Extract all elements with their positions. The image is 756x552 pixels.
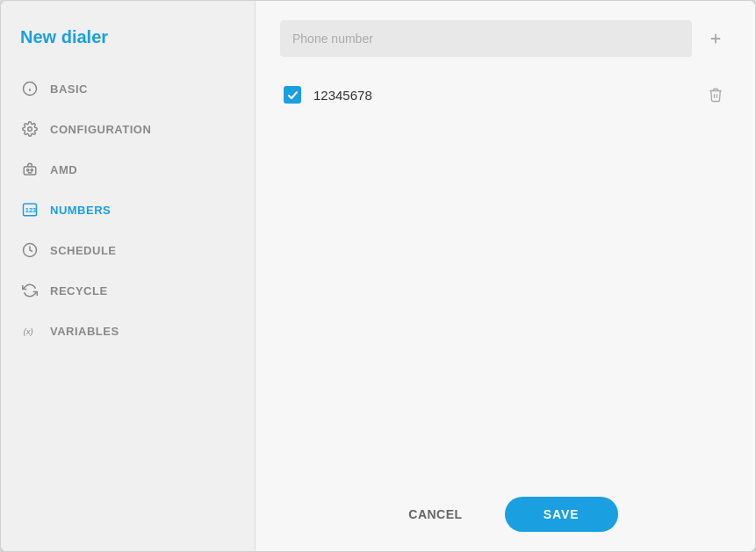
sidebar-item-amd[interactable]: AMD bbox=[1, 149, 255, 190]
phone-input-row bbox=[280, 20, 731, 57]
info-circle-icon bbox=[20, 79, 40, 98]
sidebar-label-schedule: SCHEDULE bbox=[50, 244, 117, 257]
number-list: 12345678 bbox=[280, 75, 731, 481]
robot-icon bbox=[20, 160, 40, 179]
svg-rect-4 bbox=[24, 167, 36, 175]
sidebar-item-schedule[interactable]: SCHEDULE bbox=[1, 230, 255, 270]
main-content: 12345678 CANCEL SAVE bbox=[256, 1, 755, 551]
sidebar-item-recycle[interactable]: RECYCLE bbox=[1, 270, 255, 311]
svg-text:123: 123 bbox=[25, 206, 37, 214]
sidebar-item-numbers[interactable]: 123 NUMBERS bbox=[1, 190, 255, 230]
dialog-title: New dialer bbox=[1, 18, 255, 68]
sidebar-label-numbers: NUMBERS bbox=[50, 204, 111, 217]
sidebar-label-variables: VARIABLES bbox=[50, 325, 119, 338]
svg-point-3 bbox=[28, 127, 32, 132]
number-checkbox[interactable] bbox=[284, 86, 301, 104]
sidebar-label-recycle: RECYCLE bbox=[50, 284, 108, 298]
sidebar-item-basic[interactable]: BASIC bbox=[1, 68, 255, 109]
sidebar-label-configuration: CONFIGURATION bbox=[50, 123, 151, 136]
delete-number-button[interactable] bbox=[704, 83, 727, 106]
table-row: 12345678 bbox=[280, 75, 731, 115]
number-value: 12345678 bbox=[313, 88, 692, 103]
sidebar-item-configuration[interactable]: CONFIGURATION bbox=[1, 109, 255, 149]
phone-number-input[interactable] bbox=[280, 20, 692, 57]
recycle-icon bbox=[20, 281, 40, 300]
dialog: New dialer BASIC CONFIGURATION bbox=[0, 0, 756, 552]
cancel-button[interactable]: CANCEL bbox=[392, 498, 478, 530]
sidebar-item-variables[interactable]: (x) VARIABLES bbox=[1, 311, 255, 351]
numbers-icon: 123 bbox=[20, 200, 40, 219]
variables-icon: (x) bbox=[20, 321, 40, 341]
dialog-footer: CANCEL SAVE bbox=[280, 481, 731, 551]
sidebar-label-basic: BASIC bbox=[50, 82, 88, 96]
svg-point-5 bbox=[27, 169, 29, 171]
svg-text:(x): (x) bbox=[24, 326, 33, 336]
sidebar: New dialer BASIC CONFIGURATION bbox=[1, 1, 256, 551]
gear-icon bbox=[20, 119, 40, 139]
save-button[interactable]: SAVE bbox=[505, 497, 618, 532]
clock-icon bbox=[20, 240, 40, 260]
svg-point-6 bbox=[31, 169, 32, 171]
sidebar-label-amd: AMD bbox=[50, 163, 77, 176]
add-phone-button[interactable] bbox=[701, 24, 731, 54]
